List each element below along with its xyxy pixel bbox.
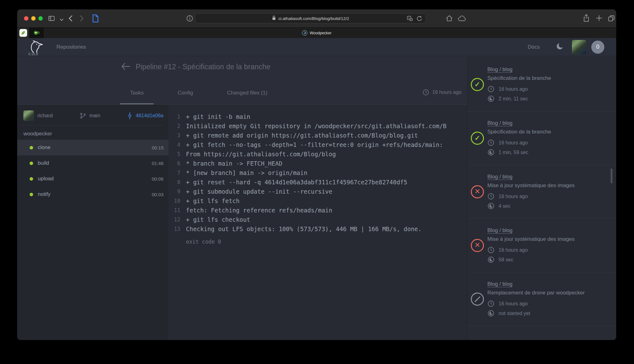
build-card[interactable]: Blog / blog Mise à jour systématique des… <box>467 165 616 219</box>
step-row[interactable]: clone 00:15 <box>17 140 168 155</box>
forward-button-icon[interactable] <box>79 15 84 23</box>
clock-icon <box>487 193 495 200</box>
woodpecker-logo-icon[interactable]: 0.15.8 <box>28 38 46 56</box>
duration-icon <box>487 202 495 210</box>
info-icon[interactable] <box>186 15 193 23</box>
log-line-number: 1 <box>168 112 180 121</box>
log-line: 3 + git remote add origin https://git.at… <box>168 131 467 140</box>
tab-group-chevron-icon[interactable] <box>60 17 64 22</box>
build-card[interactable]: Blog / blog Spécification de la branche … <box>467 111 616 165</box>
log-line-text: From https://git.athaliasoft.com/Blog/bl… <box>186 149 336 159</box>
zoom-window-button[interactable] <box>38 16 43 21</box>
leaf-favicon-icon <box>19 29 27 37</box>
step-duration: 01:46 <box>152 161 163 166</box>
build-message: Mise à jour systématique des images <box>487 236 614 242</box>
branch-icon <box>80 113 86 119</box>
new-tab-icon[interactable] <box>596 15 602 23</box>
back-arrow-icon[interactable] <box>121 62 130 70</box>
workflow-name: woodpecker <box>17 125 168 140</box>
theme-toggle-moon-icon[interactable] <box>556 42 564 51</box>
build-card[interactable]: Blog / blog Mise à jour systématique des… <box>467 219 616 272</box>
home-icon[interactable] <box>445 14 453 24</box>
log-line-text: + git submodule update --init --recursiv… <box>186 187 332 196</box>
build-card[interactable]: Blog / blog Remplacement de drone par wo… <box>467 272 616 326</box>
pinned-tab-teacup[interactable] <box>30 28 43 38</box>
user-avatar[interactable] <box>572 40 586 54</box>
repo-link[interactable]: Blog / blog <box>487 227 512 234</box>
pipeline-tab[interactable]: Config <box>168 90 203 104</box>
active-tab-title: Woodpecker <box>310 31 332 35</box>
step-row[interactable]: notify 00:03 <box>17 187 168 202</box>
build-status-icon <box>471 239 484 252</box>
build-list: Blog / blog Spécification de la branche … <box>467 58 616 340</box>
duration-icon <box>487 95 495 102</box>
log-line-text: + git remote add origin https://git.atha… <box>186 131 418 140</box>
log-line-text: + git init -b main <box>186 112 250 121</box>
repo-link[interactable]: Blog / blog <box>487 120 512 126</box>
log-line: 13 Checking out LFS objects: 100% (573/5… <box>168 224 467 234</box>
author-avatar <box>23 110 34 121</box>
log-line-text: fetch: Fetching reference refs/heads/mai… <box>186 206 332 215</box>
build-card[interactable]: Blog / blog Remplacement de drone par wo… <box>467 326 616 340</box>
woodpecker-app: 0.15.8 Repositories Docs 0 Pipeline #12 … <box>17 38 616 340</box>
log-line: 1 + git init -b main <box>168 112 467 121</box>
log-line-number: 13 <box>168 224 180 234</box>
nav-repositories[interactable]: Repositories <box>56 44 86 50</box>
nav-docs[interactable]: Docs <box>528 44 540 50</box>
build-time-row: 16 hours ago <box>487 246 614 254</box>
active-tab[interactable]: Woodpecker <box>17 28 616 38</box>
log-line-number: 3 <box>168 131 180 140</box>
window-controls <box>24 16 43 21</box>
cloud-icon[interactable] <box>458 15 466 23</box>
reload-icon[interactable] <box>416 15 422 23</box>
log-line-text: Initialized empty Git repository in /woo… <box>186 121 446 131</box>
page-document-icon[interactable] <box>91 14 100 24</box>
log-line: 8 + git reset --hard -q 4614d1e06a3dabf3… <box>168 177 467 187</box>
log-line: 4 + git fetch --no-tags --depth=1 --filt… <box>168 140 467 149</box>
share-icon[interactable] <box>583 14 590 24</box>
build-time-row: 16 hours ago <box>487 193 614 200</box>
app-header: 0.15.8 Repositories Docs 0 <box>17 38 616 56</box>
pipeline-tab[interactable]: Changed files (1) <box>217 90 277 104</box>
repo-link[interactable]: Blog / blog <box>487 281 512 287</box>
close-window-button[interactable] <box>24 16 28 21</box>
log-line-text: + git lfs fetch <box>186 196 240 206</box>
build-status-icon <box>471 132 484 145</box>
log-line-number: 5 <box>168 149 180 159</box>
step-status-dot-icon <box>30 146 33 149</box>
pipeline-title: Pipeline #12 - Spécification de la branc… <box>136 63 271 71</box>
repo-link[interactable]: Blog / blog <box>487 66 512 73</box>
step-duration: 00:03 <box>152 192 163 197</box>
step-row[interactable]: upload 00:06 <box>17 171 168 187</box>
clock-icon <box>487 139 495 146</box>
browser-toolbar: ci.athaliasoft.com/Blog/blog/build/12/2 … <box>17 9 616 27</box>
build-time-row: 16 hours ago <box>487 85 614 93</box>
log-line-text: + git lfs checkout <box>186 215 250 224</box>
log-lines: 1 + git init -b main 2 Initialized empty… <box>168 112 467 234</box>
app-version: 0.15.8 <box>28 52 38 56</box>
step-status-dot-icon <box>30 177 33 181</box>
back-button-icon[interactable] <box>68 15 73 23</box>
step-row[interactable]: build 01:46 <box>17 155 168 171</box>
commit-info-card: richard main <box>17 104 168 125</box>
sidebar-toggle-icon[interactable] <box>48 15 55 23</box>
build-card[interactable]: Blog / blog Spécification de la branche … <box>467 58 616 111</box>
log-line-text: * branch main -> FETCH_HEAD <box>186 159 282 168</box>
build-time-row: 16 hours ago <box>487 139 614 146</box>
recent-builds-sidebar: Blog / blog Spécification de la branche … <box>467 56 616 340</box>
branch-name: main <box>90 113 100 119</box>
tab-overview-icon[interactable] <box>607 14 615 23</box>
sidebar-scrollbar-thumb[interactable] <box>611 168 612 183</box>
notification-badge[interactable]: 0 <box>591 41 604 54</box>
pinned-tab-leaf[interactable] <box>17 28 30 38</box>
minimize-window-button[interactable] <box>31 16 36 21</box>
log-line: 5 From https://git.athaliasoft.com/Blog/… <box>168 149 467 159</box>
duration-icon <box>487 256 495 263</box>
translate-icon[interactable]: A <box>407 15 413 23</box>
step-duration: 00:06 <box>152 176 163 182</box>
address-bar[interactable]: ci.athaliasoft.com/Blog/blog/build/12/2 … <box>195 13 426 23</box>
pipeline-time-ago: 16 hours ago <box>422 89 461 96</box>
pipeline-tab[interactable]: Tasks <box>120 90 154 104</box>
commit-hash-link[interactable]: 4614d1e06a <box>136 113 163 119</box>
repo-link[interactable]: Blog / blog <box>487 174 512 180</box>
